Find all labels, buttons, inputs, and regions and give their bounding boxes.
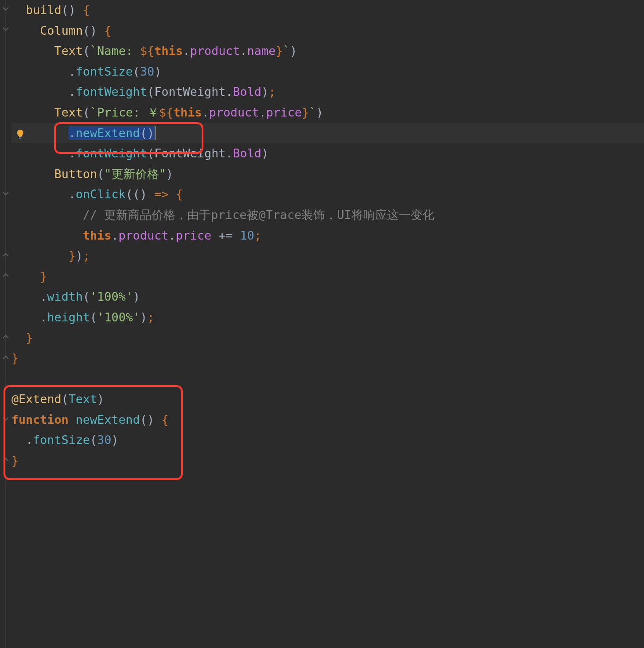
fold-expand-icon[interactable] [2,333,9,340]
code-line[interactable]: Text(`Name: ${this.product.name}`) [11,41,644,62]
fold-guide-line [5,0,6,648]
code-line[interactable]: } [11,451,644,471]
token-method: fontWeight [76,146,147,160]
token-identifier: Column [40,24,83,37]
code-line[interactable]: .fontWeight(FontWeight.Bold) [11,143,644,164]
code-line[interactable]: } [11,266,644,287]
code-line[interactable]: .fontWeight(FontWeight.Bold); [11,82,644,102]
code-line[interactable]: Column() { [11,21,644,41]
code-line[interactable]: function newExtend() { [11,410,644,430]
editor-gutter [0,0,11,648]
code-line[interactable]: build() { [11,0,644,21]
code-line[interactable]: .fontSize(30) [11,430,644,451]
fold-expand-icon[interactable] [2,354,9,361]
token-method: width [47,290,83,303]
code-line[interactable]: this.product.price += 10; [11,226,644,246]
code-line-active[interactable]: .newExtend() [11,123,644,144]
token-identifier: Text [54,106,83,119]
code-line[interactable]: .height('100%'); [11,307,644,328]
token-identifier: build [26,3,62,17]
fold-expand-icon[interactable] [2,456,9,463]
token-method: height [47,310,90,324]
token-function-name: newExtend [76,413,140,426]
intention-bulb-icon[interactable] [15,128,25,139]
token-method-newextend: newExtend [76,126,140,140]
code-line[interactable]: .width('100%') [11,287,644,307]
code-line[interactable]: .fontSize(30) [11,62,644,82]
token-method: fontWeight [76,85,147,98]
code-line[interactable]: } [11,328,644,349]
code-line[interactable]: Button("更新价格") [11,164,644,185]
code-line[interactable]: }); [11,246,644,266]
token-identifier: Button [54,167,98,181]
code-line[interactable]: } [11,348,644,369]
fold-collapse-icon[interactable] [2,25,9,33]
svg-rect-1 [19,138,22,138]
token-method: fontSize [33,433,90,447]
text-caret [155,126,156,140]
code-line[interactable]: Text(`Price: ￥${this.product.price}`) [11,102,644,123]
svg-rect-0 [19,136,22,137]
token-keyword: function [11,413,69,426]
code-line[interactable]: @Extend(Text) [11,389,644,410]
fold-collapse-icon[interactable] [2,415,9,422]
token-method: onClick [76,187,126,201]
fold-expand-icon[interactable] [2,272,9,279]
code-line[interactable]: // 更新商品价格，由于price被@Trace装饰，UI将响应这一变化 [11,205,644,226]
code-line-blank[interactable] [11,369,644,390]
code-line[interactable]: .onClick(() => { [11,184,644,205]
fold-collapse-icon[interactable] [2,5,9,12]
token-decorator: Extend [18,392,62,406]
fold-expand-icon[interactable] [2,251,9,258]
token-identifier: Text [54,44,83,58]
code-editor-content[interactable]: build() { Column() { Text(`Name: ${this.… [11,0,644,471]
token-method: fontSize [76,65,133,78]
fold-collapse-icon[interactable] [2,190,9,197]
token-comment: // 更新商品价格，由于price被@Trace装饰，UI将响应这一变化 [83,208,434,222]
